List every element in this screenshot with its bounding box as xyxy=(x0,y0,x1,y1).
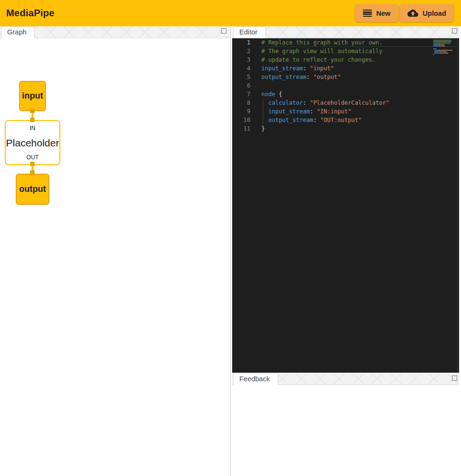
line-number-gutter: 1234567891011 xyxy=(232,38,250,133)
menu-icon xyxy=(363,10,372,17)
line-number: 8 xyxy=(232,99,250,107)
editor-tab-label: Editor xyxy=(239,28,258,36)
edge-port-dot xyxy=(30,170,34,175)
code-line: # The graph view will automatically xyxy=(261,47,435,55)
node-placeholder[interactable]: IN Placeholder OUT xyxy=(5,120,60,165)
edge-port-dot xyxy=(30,118,34,122)
graph-maximize-icon[interactable] xyxy=(221,28,226,33)
editor-maximize-icon[interactable] xyxy=(452,28,457,33)
tab-feedback[interactable]: Feedback xyxy=(233,373,278,385)
code-line: } xyxy=(261,124,435,133)
code-line: # Replace this graph with your own. xyxy=(261,38,435,47)
node-placeholder-label: Placeholder xyxy=(6,137,59,149)
new-button[interactable]: New xyxy=(355,4,398,22)
line-number: 6 xyxy=(232,81,250,90)
node-input[interactable]: input xyxy=(19,81,46,111)
feedback-tab-label: Feedback xyxy=(239,375,270,383)
code-line: output_stream: "OUT:output" xyxy=(261,116,435,124)
node-input-label: input xyxy=(22,91,43,101)
code-line: # update to reflect your changes. xyxy=(261,55,435,64)
code-area[interactable]: # Replace this graph with your own.# The… xyxy=(261,38,435,133)
upload-button[interactable]: Upload xyxy=(400,4,454,22)
graph-tab-label: Graph xyxy=(7,28,26,36)
panel-divider[interactable] xyxy=(230,26,231,476)
port-in-label: IN xyxy=(30,125,35,132)
feedback-maximize-icon[interactable] xyxy=(452,376,457,381)
line-number: 1 xyxy=(232,38,250,47)
line-number: 11 xyxy=(232,124,250,133)
line-number: 7 xyxy=(232,90,250,99)
line-number: 9 xyxy=(232,107,250,116)
graph-canvas[interactable]: input IN Placeholder OUT output xyxy=(0,38,230,476)
cloud-upload-icon xyxy=(407,9,418,17)
node-output-label: output xyxy=(19,184,46,194)
line-number: 10 xyxy=(232,116,250,124)
line-number: 3 xyxy=(232,55,250,64)
line-number: 5 xyxy=(232,73,250,81)
tab-graph[interactable]: Graph xyxy=(1,26,34,38)
code-line xyxy=(261,81,435,90)
tab-editor[interactable]: Editor xyxy=(233,26,266,38)
header-buttons: New Upload xyxy=(355,4,454,22)
line-number: 4 xyxy=(232,64,250,73)
new-button-label: New xyxy=(376,10,391,17)
upload-button-label: Upload xyxy=(423,10,446,17)
code-editor[interactable]: 1234567891011 # Replace this graph with … xyxy=(232,38,459,373)
code-line: output_stream: "output" xyxy=(261,73,435,81)
app-header: MediaPipe New Upload xyxy=(0,0,461,26)
code-line: calculator: "PlaceholderCalculator" xyxy=(261,99,435,107)
port-out-label: OUT xyxy=(26,154,38,161)
line-number: 2 xyxy=(232,47,250,55)
editor-tabstrip: Editor xyxy=(232,26,459,38)
code-line: input_stream: "IN:input" xyxy=(261,107,435,116)
code-line: node { xyxy=(261,90,435,99)
app-title: MediaPipe xyxy=(6,8,55,19)
feedback-content xyxy=(232,385,459,476)
code-line: input_stream: "input" xyxy=(261,64,435,73)
edge-port-dot xyxy=(30,109,34,113)
node-output[interactable]: output xyxy=(16,174,49,205)
edge-port-dot xyxy=(30,162,34,166)
graph-tabstrip: Graph xyxy=(0,26,231,38)
feedback-tabstrip: Feedback xyxy=(232,373,459,385)
minimap[interactable] xyxy=(433,40,455,55)
